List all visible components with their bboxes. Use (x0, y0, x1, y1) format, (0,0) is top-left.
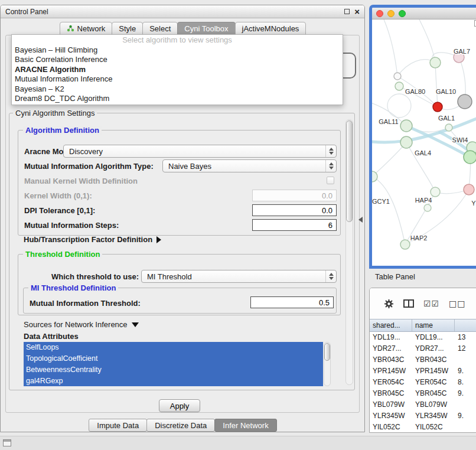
network-node[interactable] (431, 187, 440, 197)
manual-kernel-label: Manual Kernel Width Definition (24, 177, 138, 185)
column-header[interactable]: name (412, 319, 455, 331)
mi-threshold-label: Mutual Information Threshold: (30, 299, 141, 308)
tab-select[interactable]: Select (142, 22, 178, 35)
mi-type-select[interactable]: Naive Bayes (162, 159, 337, 172)
table-row[interactable]: YPR145WYPR145W9. (370, 366, 476, 377)
attributes-scrollbar[interactable] (324, 342, 331, 386)
collapsed-panel-icon[interactable] (3, 439, 11, 446)
data-attributes-list: SelfLoopsTopologicalCoefficientBetweenne… (24, 342, 323, 386)
algorithm-option[interactable]: Dream8 DC_TDC Algorithm (12, 94, 343, 104)
network-node[interactable] (445, 124, 452, 131)
network-node[interactable] (395, 82, 403, 90)
node-label: GAL1 (438, 115, 455, 122)
close-traffic-light-icon[interactable] (376, 10, 383, 17)
attribute-item[interactable]: BetweennessCentrality (24, 364, 323, 376)
mi-threshold-title: MI Threshold Definition (28, 283, 118, 292)
column-header[interactable] (455, 319, 476, 331)
tab-label: Network (77, 24, 106, 33)
select-all-checks-icon[interactable]: ☑☑ (423, 299, 439, 308)
network-node[interactable] (394, 73, 401, 80)
algorithm-option[interactable]: Bayesian – K2 (12, 84, 343, 94)
table-panel-title: Table Panel (375, 272, 415, 281)
table-row[interactable]: YBL079WYBL079W (370, 399, 476, 410)
algorithm-dropdown-popup: Select algorithm to view settings Bayesi… (11, 34, 343, 105)
expanded-arrow-icon (132, 322, 139, 327)
data-attributes-label: Data Attributes (24, 332, 79, 341)
mi-threshold-input[interactable] (250, 296, 334, 308)
scrollbar-thumb[interactable] (346, 120, 353, 222)
table-cell: 9. (455, 366, 476, 377)
table-panel-window: ☑☑ □□ shared...name YDL19...YDL19...13YD… (369, 288, 476, 433)
attribute-item[interactable]: TopologicalCoefficient (24, 353, 323, 364)
kernel-width-input[interactable] (252, 190, 337, 201)
table-row[interactable]: YDR27...YDR27...12 (370, 343, 476, 354)
node-label: GAL4 (415, 149, 431, 156)
tab-label: jActiveMNodules (242, 24, 299, 33)
deselect-all-checks-icon[interactable]: □□ (449, 299, 465, 308)
network-node[interactable] (400, 120, 412, 132)
algorithm-option[interactable]: Basic Correlation Inference (12, 55, 343, 65)
algorithm-option[interactable]: Bayesian – Hill Climbing (12, 45, 343, 56)
network-node[interactable] (430, 57, 441, 68)
control-panel-titlebar[interactable]: Control Panel × (1, 5, 364, 18)
table-cell: YBL079W (412, 399, 455, 410)
apply-button[interactable]: Apply (159, 399, 200, 412)
network-node[interactable] (458, 94, 472, 109)
network-graph[interactable]: GAL7GAL80GAL10GAL11GAL1SWI4GAL4GCY1HAP4H… (372, 19, 476, 266)
stepper-arrows-icon (325, 160, 336, 172)
network-node[interactable] (400, 240, 410, 249)
manual-kernel-checkbox[interactable] (327, 177, 334, 184)
which-threshold-select[interactable]: MI Threshold (141, 270, 337, 283)
table-row[interactable]: YDL19...YDL19...13 (370, 332, 476, 343)
tab-label: Style (119, 24, 136, 33)
aracne-mode-value: Discovery (69, 147, 103, 156)
column-header[interactable]: shared... (370, 319, 412, 331)
tab-network[interactable]: Network (60, 22, 113, 35)
table-cell: YDR27... (370, 343, 412, 354)
scrollbar-thumb[interactable] (324, 343, 330, 361)
panel-splitter-handle[interactable] (358, 217, 363, 223)
sources-section-toggle[interactable]: Sources for Network Inference (24, 320, 139, 329)
tab-bar: Network Style Select Cyni Toolbox jActiv… (1, 22, 364, 35)
mi-steps-label: Mutual Information Steps: (24, 221, 119, 230)
float-window-icon[interactable] (344, 9, 350, 14)
network-node[interactable] (424, 204, 431, 211)
aracne-mode-select[interactable]: Discovery (63, 145, 337, 158)
network-node[interactable] (433, 102, 442, 112)
dpi-tolerance-input[interactable] (252, 204, 337, 216)
columns-icon[interactable] (403, 299, 414, 308)
table-cell: 9. (455, 388, 476, 399)
network-node[interactable] (464, 151, 476, 164)
tab-impute-data[interactable]: Impute Data (89, 419, 147, 432)
minimize-traffic-light-icon[interactable] (387, 10, 395, 17)
close-icon[interactable]: × (354, 8, 360, 15)
algorithm-option[interactable]: Mutual Information Inference (12, 74, 343, 84)
table-row[interactable]: YLR345WYLR345W9. (370, 410, 476, 422)
gear-icon[interactable] (384, 299, 394, 309)
attribute-item[interactable]: gal4RGexp (24, 376, 323, 386)
node-label: GAL7 (454, 48, 470, 55)
table-row[interactable]: YBR043CYBR043C (370, 354, 476, 366)
tab-style[interactable]: Style (112, 22, 143, 35)
table-cell: YER054C (412, 377, 455, 388)
table-row[interactable]: YIL052CYIL052C (370, 422, 476, 433)
tab-jactivemnodules[interactable]: jActiveMNodules (235, 22, 307, 35)
mi-threshold-group: MI Threshold Definition Mutual Informati… (23, 288, 337, 314)
tab-infer-network[interactable]: Infer Network (214, 419, 276, 432)
network-node[interactable] (400, 136, 412, 148)
attribute-item[interactable]: SelfLoops (24, 342, 323, 353)
settings-scrollbar[interactable] (345, 119, 353, 385)
tab-discretize-data[interactable]: Discretize Data (146, 419, 215, 432)
table-cell: 13 (455, 332, 476, 343)
table-row[interactable]: YBR045CYBR045C9. (370, 388, 476, 399)
tab-cyni-toolbox[interactable]: Cyni Toolbox (177, 22, 235, 35)
zoom-traffic-light-icon[interactable] (399, 10, 406, 17)
mi-steps-input[interactable] (252, 219, 337, 231)
table-cell: YBR045C (412, 388, 455, 399)
table-row[interactable]: YER054CYER054C8. (370, 377, 476, 388)
network-node[interactable] (464, 184, 474, 195)
hub-section-toggle[interactable]: Hub/Transcription Factor Definition (24, 235, 161, 244)
algorithm-option[interactable]: ARACNE Algorithm (12, 65, 343, 75)
network-canvas[interactable]: GAL7GAL80GAL10GAL11GAL1SWI4GAL4GCY1HAP4H… (372, 19, 476, 266)
network-window-titlebar[interactable] (372, 8, 476, 19)
